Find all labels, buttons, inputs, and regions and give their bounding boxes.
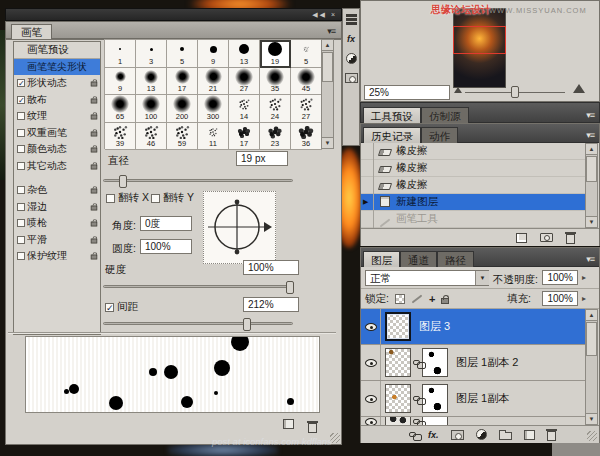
setting-checkbox[interactable] (17, 162, 25, 170)
brush-preset-cell[interactable]: 1 (105, 40, 136, 68)
brush-preset-cell[interactable]: 27 (291, 95, 322, 123)
brush-preset-cell[interactable]: 300 (198, 95, 229, 123)
scroll-up-icon[interactable]: ▲ (586, 144, 597, 155)
brush-preset-cell[interactable]: 3 (136, 40, 167, 68)
brush-preset-cell[interactable]: 14 (229, 95, 260, 123)
scroll-up-icon[interactable]: ▲ (586, 310, 597, 321)
zoom-in-icon[interactable] (573, 84, 585, 93)
setting-checkbox[interactable] (17, 186, 25, 194)
brush-preset-cell[interactable]: 35 (260, 68, 291, 96)
brush-setting-item[interactable]: 颜色动态 (14, 141, 100, 158)
brush-window-titlebar[interactable]: ◀◀ × (5, 8, 342, 21)
visibility-toggle[interactable] (361, 417, 381, 425)
resize-grip[interactable] (587, 431, 597, 441)
setting-checkbox[interactable] (17, 129, 25, 137)
brush-setting-item[interactable]: 双重画笔 (14, 125, 100, 142)
mask-dock-icon[interactable] (345, 73, 358, 83)
panel-tab[interactable]: 仿制源 (421, 107, 469, 124)
history-source-well[interactable] (361, 143, 374, 160)
brush-setting-item[interactable]: 纹理 (14, 108, 100, 125)
brush-preset-cell[interactable]: 5 (167, 40, 198, 68)
layer-thumbnail[interactable] (385, 384, 411, 413)
brush-preset-cell[interactable]: 59 (167, 123, 198, 151)
panel-tab[interactable]: 图层 (363, 251, 400, 268)
layer-thumbnail[interactable] (385, 348, 411, 377)
zoom-percentage-input[interactable]: 25% (364, 85, 450, 100)
history-source-well[interactable] (361, 211, 374, 228)
visibility-toggle[interactable] (361, 381, 381, 416)
brush-preset-cell[interactable]: 17 (229, 123, 260, 151)
setting-checkbox[interactable] (17, 252, 25, 260)
scroll-down-icon[interactable]: ▼ (322, 137, 333, 148)
panel-tab[interactable]: 工具预设 (363, 107, 421, 124)
brush-preset-cell[interactable]: 13 (229, 40, 260, 68)
brush-preset-cell[interactable]: 24 (260, 95, 291, 123)
delete-layer-icon[interactable] (547, 431, 556, 441)
panel-tab[interactable]: 路径 (437, 251, 474, 268)
delete-brush-icon[interactable] (308, 423, 317, 433)
brush-preset-cell[interactable]: 100 (136, 95, 167, 123)
layer-row[interactable]: 图层 1副本 2 (361, 345, 587, 381)
brush-preset-cell[interactable]: 9 (198, 40, 229, 68)
navigator-zoom-slider[interactable] (465, 92, 565, 93)
link-layers-icon[interactable] (409, 432, 416, 437)
brush-angle-roundness-control[interactable] (203, 191, 276, 264)
layer-style-dock-icon[interactable]: fx (347, 34, 355, 44)
delete-state-icon[interactable] (566, 234, 575, 244)
spinner-icon[interactable]: ▸ (582, 294, 586, 303)
history-state-row[interactable]: 橡皮擦 (361, 160, 587, 177)
brush-preset-cell[interactable]: 13 (136, 68, 167, 96)
brush-setting-item[interactable]: 平滑 (14, 232, 100, 249)
brush-setting-item[interactable]: ✓ 形状动态 (14, 75, 100, 92)
spacing-checkbox[interactable]: ✓ (105, 303, 114, 312)
brush-preset-cell[interactable]: 27 (229, 68, 260, 96)
lock-all-icon[interactable] (441, 298, 449, 304)
history-state-row[interactable]: 画笔工具 (361, 211, 587, 228)
roundness-input[interactable]: 100% (140, 239, 192, 254)
spacing-input[interactable]: 212% (243, 297, 299, 312)
layer-row[interactable] (361, 417, 587, 425)
brush-setting-item[interactable]: ✓ 散布 (14, 92, 100, 109)
angle-input[interactable]: 0度 (140, 216, 192, 231)
brush-preset-cell[interactable]: 39 (105, 123, 136, 151)
layers-scrollbar[interactable]: ▲ ▼ (585, 309, 598, 425)
lock-transparency-icon[interactable] (395, 294, 405, 304)
adjustment-layer-icon[interactable] (476, 429, 487, 440)
scroll-down-icon[interactable]: ▼ (586, 216, 597, 227)
slider-thumb[interactable] (286, 281, 294, 294)
new-group-icon[interactable] (499, 432, 512, 440)
visibility-toggle[interactable] (361, 345, 381, 380)
flip-x-checkbox[interactable] (106, 194, 115, 203)
setting-checkbox[interactable] (17, 236, 25, 244)
flip-y-checkbox[interactable] (151, 194, 160, 203)
history-source-well[interactable] (361, 177, 374, 194)
brush-setting-item[interactable]: 湿边 (14, 199, 100, 216)
setting-checkbox[interactable] (17, 219, 25, 227)
dock-grid-icon[interactable] (346, 14, 357, 25)
brush-grid-scrollbar[interactable]: ▲ ▼ (321, 39, 334, 149)
brush-setting-item[interactable]: 其它动态 (14, 158, 100, 175)
scroll-up-icon[interactable]: ▲ (322, 40, 333, 51)
panel-menu-icon[interactable]: ▾≡ (586, 110, 594, 120)
sidebar-item-brush-tip-shape[interactable]: 画笔笔尖形状 (14, 59, 100, 76)
scrollbar-thumb[interactable] (322, 52, 333, 82)
brush-preset-cell[interactable]: 65 (105, 95, 136, 123)
brush-preset-cell[interactable]: 11 (198, 123, 229, 151)
panel-tab[interactable]: 通道 (400, 251, 437, 268)
setting-checkbox[interactable] (17, 112, 25, 120)
panel-menu-icon[interactable]: ▾≡ (327, 26, 335, 36)
diameter-slider[interactable] (103, 179, 293, 182)
setting-checkbox[interactable] (17, 145, 25, 153)
brush-preset-cell[interactable]: 200 (167, 95, 198, 123)
brush-preset-cell[interactable]: 45 (291, 68, 322, 96)
slider-thumb[interactable] (119, 175, 127, 188)
brush-preset-cell[interactable]: 5 (291, 40, 322, 68)
setting-checkbox[interactable]: ✓ (17, 96, 25, 104)
hardness-slider[interactable] (103, 285, 293, 288)
fill-input[interactable]: 100% (542, 291, 578, 306)
layer-row[interactable]: 图层 3 (361, 309, 587, 345)
brush-preset-cell[interactable]: 9 (105, 68, 136, 96)
slider-thumb[interactable] (243, 318, 251, 331)
brush-preset-cell[interactable]: 17 (167, 68, 198, 96)
spinner-icon[interactable]: ▸ (582, 273, 586, 282)
